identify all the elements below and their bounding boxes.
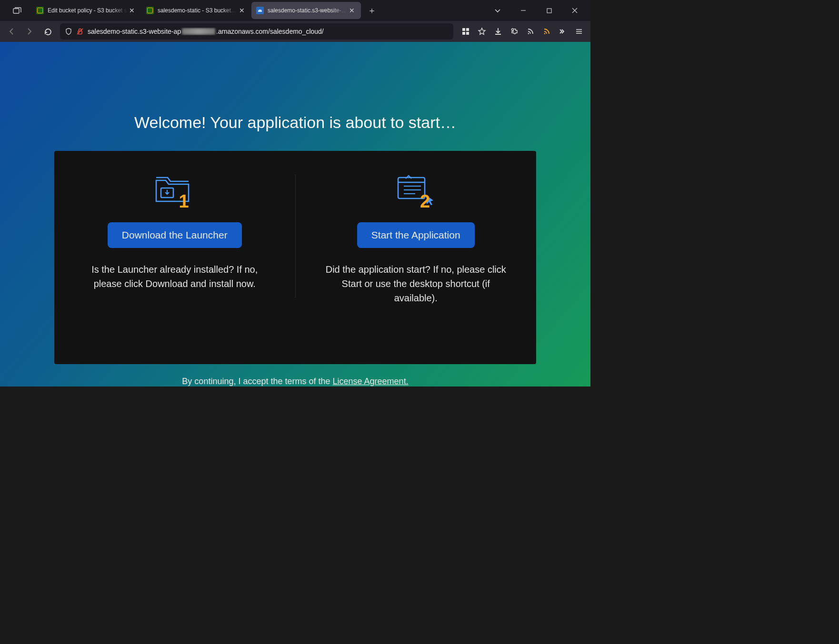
download-pane: 1 Download the Launcher Is the Launcher … bbox=[54, 151, 295, 364]
aws-favicon-icon bbox=[146, 7, 154, 14]
download-launcher-button[interactable]: Download the Launcher bbox=[108, 222, 242, 248]
svg-rect-4 bbox=[462, 28, 465, 31]
start-pane: 2 Start the Application Did the applicat… bbox=[296, 151, 537, 364]
tabs-dropdown-icon[interactable] bbox=[488, 3, 508, 18]
svg-rect-1 bbox=[547, 9, 551, 13]
svg-rect-0 bbox=[13, 9, 19, 13]
extensions-icon[interactable] bbox=[507, 24, 522, 39]
start-application-button[interactable]: Start the Application bbox=[357, 222, 475, 248]
reload-button[interactable] bbox=[40, 24, 55, 39]
feed-icon[interactable] bbox=[523, 24, 538, 39]
start-app-icon: 2 bbox=[394, 175, 437, 208]
url-path: .amazonaws.com/salesdemo_cloud/ bbox=[216, 28, 324, 35]
svg-rect-5 bbox=[466, 28, 469, 31]
url-text: salesdemo-static.s3-website-ap.amazonaws… bbox=[88, 28, 324, 35]
title-bar: Edit bucket policy - S3 bucket s ✕ sales… bbox=[0, 0, 590, 21]
url-host-prefix: salesdemo-static.s3-website-ap bbox=[88, 28, 181, 35]
window-controls bbox=[488, 3, 588, 18]
all-tabs-icon[interactable] bbox=[3, 7, 31, 14]
back-button[interactable] bbox=[4, 24, 19, 39]
container-icon[interactable] bbox=[458, 24, 473, 39]
aws-favicon-icon bbox=[36, 7, 44, 14]
svg-point-9 bbox=[544, 33, 546, 34]
overflow-icon[interactable] bbox=[555, 24, 570, 39]
rss-icon[interactable] bbox=[539, 24, 554, 39]
tab-3[interactable]: salesdemo-static.s3-website-ap ✕ bbox=[251, 2, 361, 19]
tab-1-title: Edit bucket policy - S3 bucket s bbox=[48, 7, 128, 14]
welcome-heading: Welcome! Your application is about to st… bbox=[134, 113, 456, 132]
browser-window: Edit bucket policy - S3 bucket s ✕ sales… bbox=[0, 0, 590, 386]
toolbar-right-icons bbox=[458, 24, 587, 39]
license-footer: By continuing, I accept the terms of the… bbox=[182, 376, 408, 386]
step-1-number: 1 bbox=[179, 191, 189, 212]
maximize-button[interactable] bbox=[539, 3, 559, 18]
minimize-button[interactable] bbox=[513, 3, 533, 18]
step-2-number: 2 bbox=[420, 191, 430, 212]
url-bar[interactable]: salesdemo-static.s3-website-ap.amazonaws… bbox=[60, 23, 453, 40]
tab-1-close-icon[interactable]: ✕ bbox=[128, 6, 136, 15]
svg-point-8 bbox=[528, 33, 529, 34]
toolbar: salesdemo-static.s3-website-ap.amazonaws… bbox=[0, 21, 590, 42]
svg-rect-7 bbox=[466, 32, 469, 35]
tab-strip: Edit bucket policy - S3 bucket s ✕ sales… bbox=[31, 0, 488, 21]
license-prefix: By continuing, I accept the terms of the bbox=[182, 376, 332, 386]
download-help-text: Is the Launcher already installed? If no… bbox=[80, 262, 270, 291]
tab-2[interactable]: salesdemo-static - S3 bucket | S ✕ bbox=[141, 2, 251, 19]
tab-3-close-icon[interactable]: ✕ bbox=[348, 6, 356, 15]
bookmark-star-icon[interactable] bbox=[474, 24, 489, 39]
page-content: Welcome! Your application is about to st… bbox=[0, 42, 590, 386]
tab-2-close-icon[interactable]: ✕ bbox=[238, 6, 246, 15]
url-region-redacted bbox=[182, 28, 215, 35]
actions-panel: 1 Download the Launcher Is the Launcher … bbox=[54, 151, 536, 364]
tab-2-title: salesdemo-static - S3 bucket | S bbox=[158, 7, 238, 14]
forward-button[interactable] bbox=[22, 24, 37, 39]
license-agreement-link[interactable]: License Agreement. bbox=[333, 376, 409, 386]
hamburger-menu-icon[interactable] bbox=[571, 24, 587, 39]
svg-rect-6 bbox=[462, 32, 465, 35]
download-folder-icon: 1 bbox=[153, 175, 196, 208]
close-window-button[interactable] bbox=[565, 3, 585, 18]
shield-icon[interactable] bbox=[65, 28, 72, 35]
downloads-icon[interactable] bbox=[490, 24, 506, 39]
app-favicon-icon bbox=[256, 7, 264, 14]
tab-3-title: salesdemo-static.s3-website-ap bbox=[268, 7, 348, 14]
new-tab-button[interactable]: ＋ bbox=[364, 3, 380, 18]
insecure-lock-icon[interactable] bbox=[76, 28, 84, 35]
start-help-text: Did the application start? If no, please… bbox=[320, 262, 511, 305]
tab-1[interactable]: Edit bucket policy - S3 bucket s ✕ bbox=[31, 2, 141, 19]
